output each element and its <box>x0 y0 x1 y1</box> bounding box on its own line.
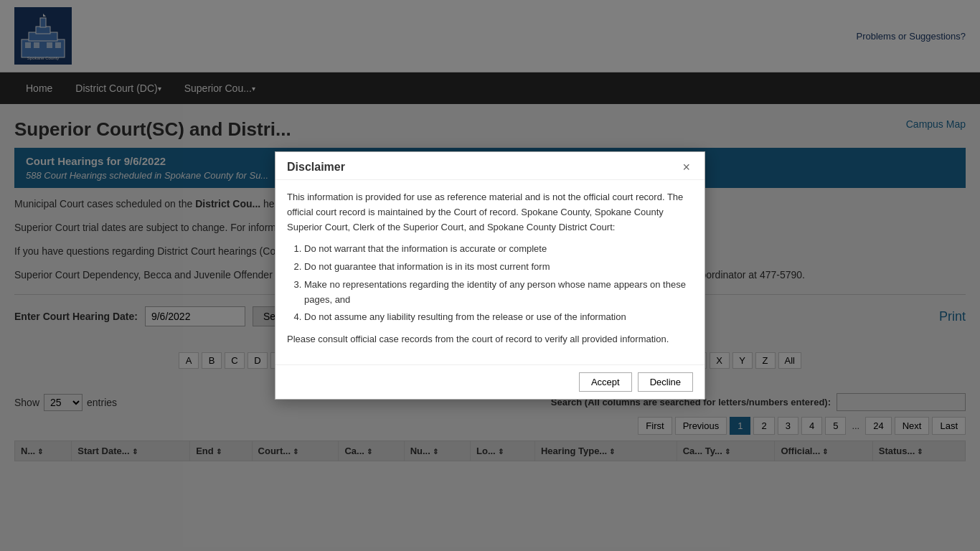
modal-list-item: Make no representations regarding the id… <box>304 278 693 308</box>
modal-footer: Accept Decline <box>275 364 705 399</box>
modal-title: Disclaimer <box>287 161 345 174</box>
modal-list-item: Do not warrant that the information is a… <box>304 242 693 257</box>
modal-disclaimer-list: Do not warrant that the information is a… <box>304 242 693 325</box>
modal-list-item: Do not assume any liability resulting fr… <box>304 310 693 325</box>
modal-body-para2: Please consult official case records fro… <box>287 332 693 347</box>
modal-body: This information is provided for use as … <box>275 180 705 364</box>
modal-body-para1: This information is provided for use as … <box>287 190 693 235</box>
decline-button[interactable]: Decline <box>638 372 693 392</box>
accept-button[interactable]: Accept <box>579 372 632 392</box>
modal-list-item: Do not guarantee that information is in … <box>304 260 693 275</box>
modal-overlay[interactable]: Disclaimer × This information is provide… <box>0 0 980 534</box>
modal-close-button[interactable]: × <box>679 161 693 174</box>
disclaimer-modal: Disclaimer × This information is provide… <box>275 151 705 400</box>
modal-header: Disclaimer × <box>275 152 705 180</box>
